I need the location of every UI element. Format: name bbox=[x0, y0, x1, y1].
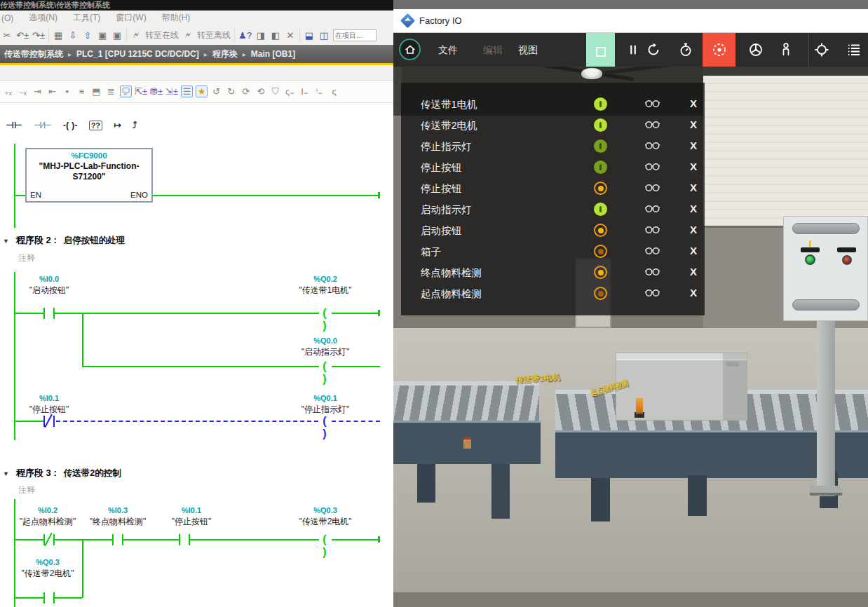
modify-icon[interactable]: ⁱ₌ bbox=[313, 86, 325, 97]
network-2-header[interactable]: ▼ 程序段 2 : 启停按钮的处理 bbox=[3, 234, 125, 247]
absolute-symbolic-icon[interactable]: ⇲± bbox=[165, 86, 178, 97]
split-vertical-icon[interactable]: ◫ bbox=[318, 30, 330, 41]
fio-menu-file[interactable]: 文件 bbox=[438, 44, 458, 57]
call-structure-icon[interactable]: ↻ bbox=[225, 86, 237, 97]
camera-mode-button[interactable] bbox=[703, 33, 735, 67]
menu-options[interactable]: 选项(N) bbox=[29, 12, 57, 24]
comments-toggle-icon[interactable]: 🗩 bbox=[120, 86, 132, 97]
empty-box-tool-icon[interactable]: ?? bbox=[89, 121, 102, 130]
coil-tool-icon[interactable]: -( )- bbox=[63, 120, 78, 130]
watch-tag-icon[interactable] bbox=[644, 141, 661, 154]
remove-tag-button[interactable]: X bbox=[690, 97, 697, 109]
tag-list-button[interactable] bbox=[845, 41, 863, 59]
tag-value-indicator[interactable] bbox=[594, 139, 607, 153]
go-online-button[interactable]: 转至在线 bbox=[145, 29, 179, 41]
watch-tag-icon[interactable] bbox=[644, 246, 661, 259]
fio-menu-view[interactable]: 视图 bbox=[518, 44, 538, 57]
outdent-icon[interactable]: ⇤ bbox=[46, 86, 58, 97]
snapshot-icon[interactable]: ⛉ bbox=[269, 86, 281, 97]
no-contact[interactable] bbox=[43, 308, 45, 319]
watch-tag-icon[interactable] bbox=[644, 288, 661, 301]
breadcrumb-project[interactable]: 传送带控制系统 bbox=[4, 48, 63, 60]
nc-contact[interactable] bbox=[53, 416, 55, 427]
watch-tag-icon[interactable] bbox=[644, 204, 661, 217]
no-contact[interactable] bbox=[179, 534, 180, 545]
time-scale-button[interactable] bbox=[677, 41, 695, 59]
tag-value-indicator[interactable] bbox=[594, 224, 607, 237]
monitor-call-icon[interactable]: ς bbox=[328, 86, 340, 97]
close-icon[interactable]: ✕ bbox=[285, 30, 296, 41]
menu-online[interactable]: (O) bbox=[1, 13, 13, 23]
collapse-triangle-icon[interactable]: ▼ bbox=[3, 238, 9, 245]
collapse-networks-icon[interactable]: ⬒ bbox=[90, 86, 102, 97]
tag-value-indicator[interactable] bbox=[594, 182, 607, 195]
cut-icon[interactable]: ✂ bbox=[1, 30, 13, 41]
tag-value-indicator[interactable] bbox=[594, 161, 607, 174]
coil[interactable]: ( ) bbox=[317, 360, 335, 386]
monitor-on-icon[interactable]: ς₌ bbox=[284, 86, 296, 97]
favorites-star-icon[interactable]: ★ bbox=[196, 86, 208, 97]
tag-value-indicator[interactable] bbox=[594, 97, 607, 111]
call-env-icon[interactable]: ↺ bbox=[210, 86, 222, 97]
focus-target-button[interactable] bbox=[813, 41, 831, 59]
network-list-icon[interactable]: ≡ bbox=[76, 86, 88, 97]
expand-networks-icon[interactable]: ≣ bbox=[105, 86, 117, 97]
watch-tag-icon[interactable] bbox=[644, 183, 661, 196]
redo-icon[interactable]: ↷± bbox=[32, 30, 45, 41]
remove-tag-button[interactable]: X bbox=[690, 203, 697, 214]
watch-tag-icon[interactable] bbox=[644, 225, 661, 238]
conveyor1-rollers[interactable] bbox=[393, 386, 539, 421]
menu-help[interactable]: 帮助(H) bbox=[162, 12, 191, 24]
watch-tag-icon[interactable] bbox=[644, 162, 661, 175]
control-panel[interactable] bbox=[783, 216, 868, 321]
network-3-header[interactable]: ▼ 程序段 3 : 传送带2的控制 bbox=[3, 467, 121, 479]
3d-viewport[interactable]: 传送带1电机 起点物料检测 传送带1电机 bbox=[393, 67, 868, 607]
close-branch-tool-icon[interactable]: ⤴ bbox=[133, 120, 137, 130]
monitor-all-icon[interactable]: I₌ bbox=[299, 86, 311, 97]
diagnostics-icon[interactable]: ♟? bbox=[238, 30, 252, 41]
home-button[interactable] bbox=[399, 39, 421, 60]
coil[interactable]: ( ) bbox=[317, 307, 335, 332]
network-2-comment[interactable]: 注释 bbox=[18, 252, 35, 264]
watch-tag-icon[interactable] bbox=[644, 120, 661, 132]
no-contact[interactable] bbox=[43, 592, 45, 603]
watch-tag-icon[interactable] bbox=[644, 267, 661, 280]
window2-icon[interactable]: ◧ bbox=[270, 30, 281, 41]
rt-icon[interactable]: ▣ bbox=[111, 30, 123, 41]
go-online-icon[interactable]: 🗲 bbox=[130, 29, 142, 41]
upload-icon[interactable]: ⇧ bbox=[82, 30, 93, 41]
split-horizontal-icon[interactable]: ⬓ bbox=[304, 30, 315, 41]
remove-tag-button[interactable]: X bbox=[690, 287, 697, 299]
window-icon[interactable]: ◨ bbox=[255, 30, 266, 41]
tag-value-indicator[interactable] bbox=[594, 203, 607, 216]
breadcrumb-blocks[interactable]: 程序块 bbox=[212, 48, 238, 60]
start-sensor[interactable] bbox=[636, 398, 643, 414]
download-icon[interactable]: ⇩ bbox=[67, 30, 79, 41]
remove-tag-button[interactable]: X bbox=[690, 182, 697, 193]
coil[interactable]: ( ) bbox=[317, 415, 335, 440]
insert-network-icon[interactable]: ₊ₓ bbox=[2, 86, 14, 97]
operand-view-icon[interactable]: ⛃± bbox=[150, 86, 163, 97]
first-person-camera-button[interactable] bbox=[778, 41, 794, 59]
delete-network-icon[interactable]: ₋ₓ bbox=[17, 86, 29, 97]
orbit-camera-button[interactable] bbox=[747, 41, 765, 59]
pause-button[interactable] bbox=[625, 42, 642, 57]
no-contact[interactable] bbox=[112, 534, 114, 545]
scene-stop-button[interactable] bbox=[842, 255, 852, 265]
menu-window[interactable]: 窗口(W) bbox=[116, 12, 146, 24]
tag-value-indicator[interactable] bbox=[594, 266, 607, 279]
remove-tag-button[interactable]: X bbox=[690, 224, 697, 236]
breadcrumb-plc[interactable]: PLC_1 [CPU 1215C DC/DC/DC] bbox=[76, 49, 199, 59]
no-contact-tool-icon[interactable]: ⊣⊢ bbox=[6, 120, 22, 130]
remove-tag-button[interactable]: X bbox=[690, 245, 697, 257]
remove-tag-button[interactable]: X bbox=[690, 139, 697, 151]
scene-start-button[interactable] bbox=[805, 254, 815, 265]
breadcrumb-main-ob1[interactable]: Main [OB1] bbox=[251, 49, 295, 59]
tag-value-indicator[interactable] bbox=[594, 118, 607, 132]
tag-value-indicator[interactable] bbox=[594, 287, 607, 300]
network-3-comment[interactable]: 注释 bbox=[18, 484, 35, 496]
symbol-info-icon[interactable]: ⇱± bbox=[135, 86, 147, 97]
compile-icon[interactable]: ▦ bbox=[53, 30, 64, 41]
open-branch-tool-icon[interactable]: ↦ bbox=[114, 120, 121, 130]
menu-tools[interactable]: 工具(T) bbox=[73, 12, 100, 24]
